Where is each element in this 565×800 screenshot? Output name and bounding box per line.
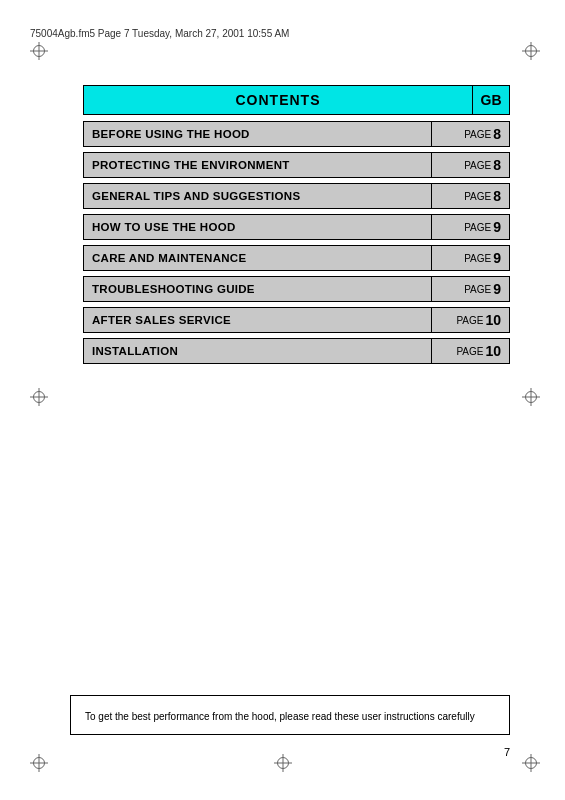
contents-title-box: CONTENTS xyxy=(83,85,472,115)
toc-label-text: CARE AND MAINTENANCE xyxy=(92,252,246,264)
toc-row: PROTECTING THE ENVIRONMENTPAGE8 xyxy=(83,152,510,178)
toc-row: GENERAL TIPS AND SUGGESTIONSPAGE8 xyxy=(83,183,510,209)
toc-page-number: 9 xyxy=(493,219,501,235)
gb-label: GB xyxy=(481,92,502,108)
toc-page: PAGE8 xyxy=(431,184,509,208)
toc-page-label: PAGE xyxy=(464,253,491,264)
toc-row: BEFORE USING THE HOODPAGE8 xyxy=(83,121,510,147)
toc-page-number: 8 xyxy=(493,157,501,173)
main-content: CONTENTS GB BEFORE USING THE HOODPAGE8PR… xyxy=(83,85,510,369)
toc-page-label: PAGE xyxy=(464,284,491,295)
toc-page: PAGE9 xyxy=(431,277,509,301)
toc-page: PAGE10 xyxy=(431,308,509,332)
toc-page: PAGE8 xyxy=(431,153,509,177)
toc-page-number: 10 xyxy=(485,343,501,359)
toc-row-label: CARE AND MAINTENANCE xyxy=(84,246,431,270)
toc-page-number: 9 xyxy=(493,281,501,297)
toc-row: INSTALLATIONPAGE10 xyxy=(83,338,510,364)
note-box: To get the best performance from the hoo… xyxy=(70,695,510,735)
crosshair-bottom-left xyxy=(30,754,48,772)
crosshair-top-right xyxy=(522,42,540,60)
toc-row: TROUBLESHOOTING GUIDEPAGE9 xyxy=(83,276,510,302)
toc-row-label: PROTECTING THE ENVIRONMENT xyxy=(84,153,431,177)
toc-page: PAGE10 xyxy=(431,339,509,363)
toc-row-label: INSTALLATION xyxy=(84,339,431,363)
page-number: 7 xyxy=(504,746,510,758)
crosshair-mid-right xyxy=(522,388,540,406)
toc-page: PAGE9 xyxy=(431,215,509,239)
toc-label-text: BEFORE USING THE HOOD xyxy=(92,128,250,140)
toc-row-label: GENERAL TIPS AND SUGGESTIONS xyxy=(84,184,431,208)
toc-page: PAGE9 xyxy=(431,246,509,270)
gb-box: GB xyxy=(472,85,510,115)
toc-row-label: TROUBLESHOOTING GUIDE xyxy=(84,277,431,301)
toc-page-number: 9 xyxy=(493,250,501,266)
toc-page-label: PAGE xyxy=(464,222,491,233)
toc-row: CARE AND MAINTENANCEPAGE9 xyxy=(83,245,510,271)
toc-page-label: PAGE xyxy=(464,191,491,202)
toc-page-label: PAGE xyxy=(456,315,483,326)
crosshair-top-left xyxy=(30,42,48,60)
toc-page: PAGE8 xyxy=(431,122,509,146)
toc-rows: BEFORE USING THE HOODPAGE8PROTECTING THE… xyxy=(83,121,510,369)
header-text: 75004Agb.fm5 Page 7 Tuesday, March 27, 2… xyxy=(30,28,289,39)
toc-row-label: AFTER SALES SERVICE xyxy=(84,308,431,332)
note-text: To get the best performance from the hoo… xyxy=(85,711,475,722)
toc-page-number: 8 xyxy=(493,188,501,204)
toc-row-label: HOW TO USE THE HOOD xyxy=(84,215,431,239)
toc-row-label: BEFORE USING THE HOOD xyxy=(84,122,431,146)
toc-row: HOW TO USE THE HOODPAGE9 xyxy=(83,214,510,240)
toc-row: AFTER SALES SERVICEPAGE10 xyxy=(83,307,510,333)
header-bar: 75004Agb.fm5 Page 7 Tuesday, March 27, 2… xyxy=(30,28,535,39)
toc-page-number: 10 xyxy=(485,312,501,328)
toc-page-label: PAGE xyxy=(456,346,483,357)
toc-label-text: TROUBLESHOOTING GUIDE xyxy=(92,283,255,295)
contents-header: CONTENTS GB xyxy=(83,85,510,115)
toc-page-label: PAGE xyxy=(464,129,491,140)
crosshair-bottom-center xyxy=(274,754,292,772)
toc-label-text: GENERAL TIPS AND SUGGESTIONS xyxy=(92,190,300,202)
toc-page-number: 8 xyxy=(493,126,501,142)
crosshair-mid-left xyxy=(30,388,48,406)
toc-label-text: INSTALLATION xyxy=(92,345,178,357)
contents-title: CONTENTS xyxy=(236,92,321,108)
page-container: 75004Agb.fm5 Page 7 Tuesday, March 27, 2… xyxy=(0,0,565,800)
toc-label-text: AFTER SALES SERVICE xyxy=(92,314,231,326)
toc-page-label: PAGE xyxy=(464,160,491,171)
toc-label-text: HOW TO USE THE HOOD xyxy=(92,221,236,233)
crosshair-bottom-right xyxy=(522,754,540,772)
toc-label-text: PROTECTING THE ENVIRONMENT xyxy=(92,159,290,171)
